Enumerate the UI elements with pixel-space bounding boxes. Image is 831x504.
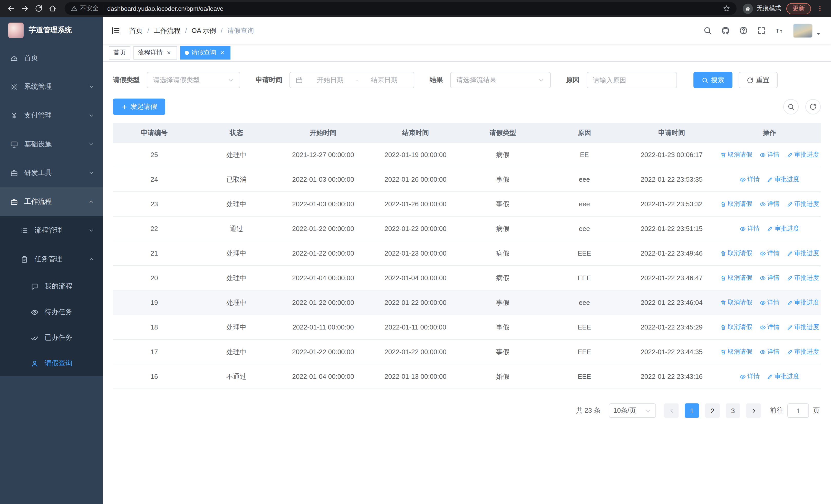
sidebar-item-leave-query[interactable]: 请假查询	[0, 351, 103, 376]
cell-reason: eee	[544, 216, 625, 241]
reset-button[interactable]: 重置	[739, 72, 778, 88]
gear-icon	[10, 83, 18, 91]
sidebar-item-infrastructure[interactable]: 基础设施	[0, 130, 103, 158]
search-icon[interactable]	[703, 26, 712, 35]
header-tools	[703, 23, 823, 38]
approval-progress-link[interactable]: 审批进度	[767, 372, 799, 381]
breadcrumb-item[interactable]: 工作流程	[154, 26, 180, 35]
sidebar-item-dev-tools[interactable]: 研发工具	[0, 158, 103, 187]
detail-link[interactable]: 详情	[740, 175, 760, 184]
approval-progress-link[interactable]: 审批进度	[767, 175, 799, 184]
reload-button[interactable]	[32, 2, 46, 16]
tab-process-detail[interactable]: 流程详情×	[134, 46, 177, 59]
approval-progress-link[interactable]: 审批进度	[786, 273, 819, 282]
approval-progress-link[interactable]: 审批进度	[786, 150, 819, 159]
approval-progress-link[interactable]: 审批进度	[767, 224, 799, 233]
address-bar[interactable]: 不安全 dashboard.yudao.iocoder.cn/bpm/oa/le…	[65, 2, 737, 15]
cell-actions: 详情审批进度	[718, 364, 821, 388]
sidebar-item-workflow[interactable]: 工作流程	[0, 187, 103, 216]
search-button[interactable]: 搜索	[693, 72, 733, 88]
detail-link[interactable]: 详情	[760, 298, 779, 307]
next-page-button[interactable]	[746, 404, 761, 418]
detail-link[interactable]: 详情	[760, 200, 779, 208]
goto-page-input[interactable]	[787, 404, 809, 418]
home-button[interactable]	[46, 2, 60, 16]
cell-status: 处理中	[196, 143, 277, 167]
back-button[interactable]	[4, 2, 18, 16]
cell-applied: 2022-01-22 23:46:47	[625, 266, 718, 290]
detail-link[interactable]: 详情	[760, 323, 779, 331]
cell-status: 通过	[196, 216, 277, 241]
result-select[interactable]: 请选择流结果	[450, 72, 551, 88]
cancel-leave-link[interactable]: 取消请假	[720, 323, 752, 331]
sidebar-item-process-management[interactable]: 流程管理	[0, 216, 103, 245]
font-size-icon[interactable]	[775, 26, 784, 35]
sidebar-item-my-process[interactable]: 我的流程	[0, 273, 103, 299]
apply-time-range-picker[interactable]: 开始日期 - 结束日期	[289, 72, 414, 88]
close-icon[interactable]: ×	[219, 49, 226, 56]
close-icon[interactable]: ×	[165, 49, 172, 56]
sidebar-item-home[interactable]: 首页	[0, 43, 103, 72]
sidebar-collapse-icon[interactable]	[111, 26, 121, 35]
breadcrumb-item[interactable]: 首页	[130, 26, 143, 35]
page-button-2[interactable]: 2	[705, 404, 720, 418]
approval-progress-link[interactable]: 审批进度	[786, 298, 819, 307]
action-label: 审批进度	[775, 175, 799, 184]
reload-icon	[35, 5, 42, 12]
sidebar-item-payment-management[interactable]: 支付管理	[0, 101, 103, 130]
tab-home[interactable]: 首页	[109, 46, 131, 59]
cell-id: 18	[113, 315, 196, 339]
fullscreen-icon[interactable]	[757, 26, 766, 35]
toggle-search-button[interactable]	[783, 99, 799, 114]
tab-leave-query[interactable]: 请假查询×	[180, 46, 230, 59]
forward-button[interactable]	[18, 2, 32, 16]
cancel-leave-link[interactable]: 取消请假	[720, 150, 752, 159]
approval-progress-link[interactable]: 审批进度	[786, 348, 819, 356]
page-size-select[interactable]: 10条/页	[609, 404, 656, 418]
column-header: 请假类型	[462, 123, 544, 142]
help-icon[interactable]	[739, 26, 748, 35]
sidebar-menu: 首页系统管理支付管理基础设施研发工具工作流程流程管理任务管理我的流程待办任务已办…	[0, 43, 103, 376]
app-logo[interactable]: 芋道管理系统	[0, 17, 103, 43]
approval-progress-link[interactable]: 审批进度	[786, 249, 819, 258]
cell-id: 20	[113, 266, 196, 290]
sidebar-item-todo-tasks[interactable]: 待办任务	[0, 299, 103, 325]
reason-input[interactable]	[587, 72, 677, 88]
cancel-leave-link[interactable]: 取消请假	[720, 200, 752, 208]
detail-link[interactable]: 详情	[760, 348, 779, 356]
approval-progress-link[interactable]: 审批进度	[786, 200, 819, 208]
approval-progress-link[interactable]: 审批进度	[786, 323, 819, 331]
refresh-table-button[interactable]	[805, 99, 821, 114]
table-row: 21处理中2022-01-22 00:00:002022-01-23 00:00…	[113, 241, 821, 266]
total-count: 共 23 条	[576, 406, 601, 415]
user-avatar-menu[interactable]	[793, 23, 823, 38]
cancel-leave-link[interactable]: 取消请假	[720, 273, 752, 282]
sidebar-item-task-management[interactable]: 任务管理	[0, 245, 103, 273]
sidebar-item-system-management[interactable]: 系统管理	[0, 72, 103, 101]
bookmark-star-icon[interactable]	[723, 5, 730, 12]
create-leave-button[interactable]: 发起请假	[113, 98, 165, 115]
detail-link[interactable]: 详情	[740, 224, 760, 233]
detail-link[interactable]: 详情	[760, 150, 779, 159]
detail-link[interactable]: 详情	[760, 249, 779, 258]
prev-page-button[interactable]	[664, 404, 679, 418]
eye-icon	[740, 226, 746, 232]
table-row: 17处理中2022-01-22 00:00:002022-01-22 00:00…	[113, 340, 821, 364]
action-label: 取消请假	[727, 348, 752, 356]
breadcrumb-item[interactable]: OA 示例	[192, 26, 216, 35]
chrome-update-button[interactable]: 更新	[786, 3, 811, 14]
github-icon[interactable]	[721, 26, 730, 35]
detail-link[interactable]: 详情	[760, 273, 779, 282]
leave-type-select[interactable]: 请选择请假类型	[147, 72, 240, 88]
sidebar-item-done-tasks[interactable]: 已办任务	[0, 325, 103, 351]
cancel-leave-link[interactable]: 取消请假	[720, 249, 752, 258]
page-button-3[interactable]: 3	[726, 404, 740, 418]
cancel-leave-link[interactable]: 取消请假	[720, 298, 752, 307]
browser-menu-button[interactable]	[813, 2, 827, 16]
home-icon	[49, 5, 56, 12]
column-header: 操作	[718, 123, 821, 142]
page-button-1[interactable]: 1	[685, 404, 699, 418]
cancel-leave-link[interactable]: 取消请假	[720, 348, 752, 356]
security-indicator[interactable]: 不安全	[71, 4, 98, 13]
detail-link[interactable]: 详情	[740, 372, 760, 381]
